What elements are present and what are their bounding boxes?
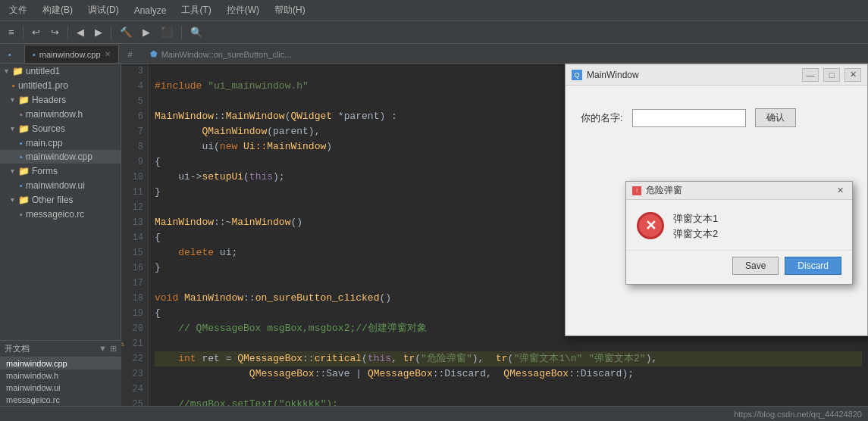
toolbar-menu-btn[interactable]: ≡ (5, 25, 18, 39)
menu-build[interactable]: 构建(B) (39, 2, 76, 18)
open-doc-mainwindow-h[interactable]: mainwindow.h (0, 370, 121, 382)
pro-file-icon: ▪ (12, 81, 15, 90)
open-doc-h-label: m (6, 371, 13, 380)
ln-3: 3 (121, 64, 148, 79)
open-doc-rc-label: me (6, 395, 17, 404)
other-files-arrow: ▼ (9, 196, 16, 204)
sources-group[interactable]: ▼ 📁 Sources (0, 121, 121, 136)
open-doc-mainwindow-cpp-label: m (6, 359, 13, 368)
mainwindow-cpp-item[interactable]: ▪ mainwindow.cpp (0, 150, 121, 164)
main-window-max-btn[interactable]: □ (823, 68, 840, 82)
tab-file[interactable]: ▪ (0, 45, 24, 63)
code-line-23: QMessageBox::Save | QMessageBox::Discard… (155, 366, 862, 382)
ln-11: 11 (121, 185, 148, 200)
confirm-btn[interactable]: 确认 (755, 108, 796, 127)
sidebar-left: ▼ 📁 untitled1 ▪ untitled1.pro ▼ 📁 Header… (0, 64, 121, 406)
open-doc-messageico-rc[interactable]: messageico.rc (0, 394, 121, 406)
toolbar-stop-btn[interactable]: ⬛ (157, 25, 177, 39)
main-window-title: MainWindow (587, 70, 797, 80)
menu-file[interactable]: 文件 (6, 2, 30, 18)
open-docs-title: 开文档 (5, 343, 30, 354)
menu-debug[interactable]: 调试(D) (85, 2, 122, 18)
menu-controls[interactable]: 控件(W) (224, 2, 262, 18)
toolbar-separator-1 (23, 26, 24, 39)
forms-group[interactable]: ▼ 📁 Forms (0, 164, 121, 179)
name-row: 你的名字: 确认 (581, 108, 852, 127)
tab-hash-label: # (128, 50, 133, 59)
forms-folder-icon: 📁 (18, 166, 30, 176)
toolbar-search-btn[interactable]: 🔍 (186, 25, 206, 39)
save-btn[interactable]: Save (732, 257, 779, 275)
mainwindow-ui-label: mainwindow.ui (26, 180, 85, 191)
toolbar-build-btn[interactable]: 🔨 (116, 25, 136, 39)
ln-13: 13 (121, 215, 148, 230)
main-window-min-btn[interactable]: — (802, 68, 819, 82)
ln-20: 20 (121, 321, 148, 336)
tab-file-icon: ▪ (8, 50, 11, 59)
ln-21: 21 (121, 336, 148, 351)
mainwindow-h-item[interactable]: ▪ mainwindow.h (0, 108, 121, 121)
critical-text1: 弹窗文本1 (673, 212, 718, 226)
headers-label: Headers (32, 95, 66, 105)
tab-close-btn[interactable]: ✕ (105, 50, 111, 58)
menu-analyze[interactable]: Analyze (131, 4, 170, 17)
critical-buttons: Save Discard (626, 250, 852, 284)
open-doc-mainwindow-ui[interactable]: mainwindow.ui (0, 382, 121, 394)
critical-close-btn[interactable]: ✕ (834, 186, 846, 196)
pro-file-label: untitled1.pro (18, 80, 68, 91)
ln-7: 7 (121, 124, 148, 139)
mainwindow-ui-item[interactable]: ▪ mainwindow.ui (0, 179, 121, 192)
tab-mainwindow-cpp[interactable]: ▪ mainwindow.cpp ✕ (24, 45, 119, 63)
project-folder-icon: 📁 (12, 66, 24, 76)
discard-btn[interactable]: Discard (785, 257, 841, 275)
main-window-close-btn[interactable]: ✕ (844, 68, 861, 82)
ln-12: 12 (121, 200, 148, 215)
menu-tools[interactable]: 工具(T) (178, 2, 214, 18)
open-docs-btn1[interactable]: ▼ (99, 344, 107, 354)
name-label: 你的名字: (581, 111, 623, 125)
ln-15: 15 (121, 245, 148, 260)
code-line-24 (155, 382, 862, 397)
headers-group[interactable]: ▼ 📁 Headers (0, 92, 121, 108)
toolbar-back-btn[interactable]: ◀ (73, 25, 88, 39)
ln-18: 18 (121, 291, 148, 306)
ln-14: 14 (121, 230, 148, 245)
headers-folder-icon: 📁 (18, 95, 30, 105)
project-root[interactable]: ▼ 📁 untitled1 (0, 64, 121, 79)
open-docs-btn2[interactable]: ⊞ (110, 344, 117, 354)
toolbar-run-btn[interactable]: ▶ (139, 25, 154, 39)
toolbar-forward-btn[interactable]: ▶ (91, 25, 106, 39)
critical-texts: 弹窗文本1 弹窗文本2 (673, 212, 718, 241)
menu-help[interactable]: 帮助(H) (271, 2, 309, 18)
ln-10: 10 (121, 170, 148, 185)
menubar: 文件 构建(B) 调试(D) Analyze 工具(T) 控件(W) 帮助(H) (0, 0, 868, 21)
ln-23: 23 (121, 366, 148, 382)
other-files-group[interactable]: ▼ 📁 Other files (0, 192, 121, 207)
tabbar: ▪ ▪ mainwindow.cpp ✕ # ⬟ MainWindow::on_… (0, 44, 868, 64)
sources-folder-icon: 📁 (18, 123, 30, 134)
ln-5: 5 (121, 94, 148, 109)
messageico-rc-item[interactable]: ▪ messageico.rc (0, 207, 121, 221)
app-container: 文件 构建(B) 调试(D) Analyze 工具(T) 控件(W) 帮助(H)… (0, 0, 868, 421)
critical-dialog[interactable]: ! 危险弹窗 ✕ ✕ 弹窗文本1 弹窗文本2 Sav (625, 181, 853, 285)
name-input[interactable] (632, 109, 746, 127)
file-tree: ▼ 📁 untitled1 ▪ untitled1.pro ▼ 📁 Header… (0, 64, 121, 340)
toolbar-separator-2 (67, 26, 68, 39)
main-cpp-item[interactable]: ▪ main.cpp (0, 136, 121, 150)
editor-area: 3 4 5 6 7 8 9 10 11 12 13 14 15 16 17 18 (121, 64, 868, 406)
pro-file-item[interactable]: ▪ untitled1.pro (0, 79, 121, 92)
critical-body: ✕ 弹窗文本1 弹窗文本2 (626, 200, 852, 250)
open-doc-mainwindow-cpp[interactable]: mainwindow.cpp (0, 357, 121, 370)
toolbar-separator-4 (181, 26, 182, 39)
critical-text2: 弹窗文本2 (673, 227, 718, 241)
toolbar-undo-btn[interactable]: ↩ (28, 25, 44, 39)
tab-function[interactable]: ⬟ MainWindow::on_sureButton_clic... (142, 45, 300, 63)
toolbar: ≡ ↩ ↪ ◀ ▶ 🔨 ▶ ⬛ 🔍 (0, 21, 868, 44)
tab-hash[interactable]: # (120, 45, 141, 63)
sources-label: Sources (32, 123, 65, 134)
other-files-label: Other files (32, 195, 74, 205)
toolbar-redo-btn[interactable]: ↪ (47, 25, 63, 39)
ui-file-icon: ▪ (20, 181, 23, 190)
tab-function-label: MainWindow::on_sureButton_clic... (161, 50, 292, 59)
ln-16: 16 (121, 260, 148, 276)
